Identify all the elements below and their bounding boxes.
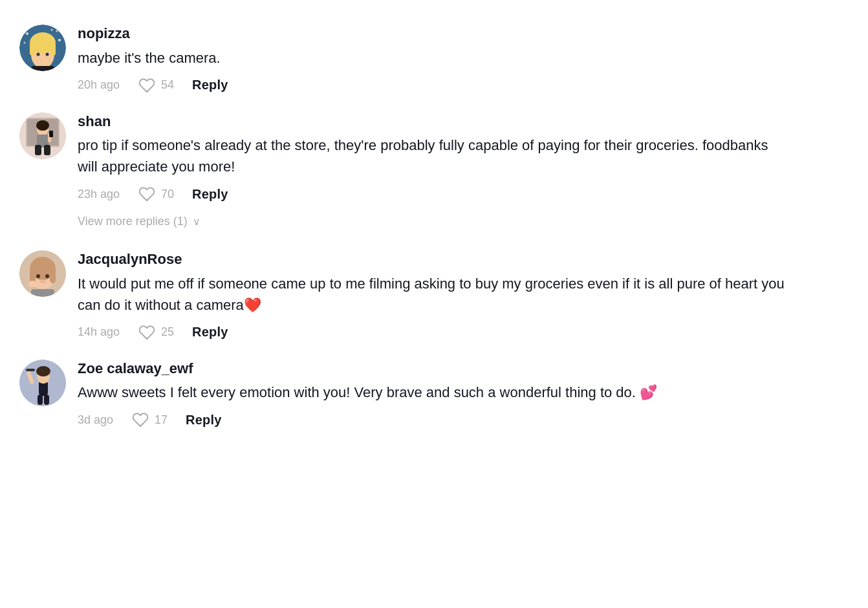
reply-button[interactable]: Reply (192, 325, 228, 340)
like-group: 70 (138, 185, 174, 203)
view-more-replies[interactable]: View more replies (1) ∨ (19, 210, 849, 239)
comment-text: maybe it's the camera. (78, 47, 789, 69)
reply-button[interactable]: Reply (186, 413, 221, 428)
svg-rect-35 (31, 289, 54, 297)
svg-rect-13 (31, 66, 54, 71)
like-group: 54 (138, 76, 174, 94)
comment-item: Zoe calaway_ewf Awww sweets I felt every… (19, 348, 849, 436)
comment-meta: 23h ago 70 Reply (78, 185, 849, 203)
svg-point-19 (36, 120, 49, 131)
like-count: 25 (161, 325, 174, 339)
comment-username: Zoe calaway_ewf (78, 360, 849, 378)
heart-icon[interactable] (131, 411, 149, 429)
reply-button[interactable]: Reply (192, 187, 228, 202)
comment-username: JacqualynRose (78, 250, 849, 269)
comments-list: nopizza maybe it's the camera. 20h ago 5… (19, 13, 849, 435)
like-group: 17 (131, 411, 168, 429)
comment-meta: 3d ago 17 Reply (78, 411, 849, 429)
comment-item: JacqualynRose It would put me off if som… (19, 239, 849, 348)
heart-icon[interactable] (138, 76, 156, 94)
like-count: 70 (161, 188, 174, 201)
comment-username: shan (78, 113, 849, 131)
view-more-text: View more replies (1) (78, 215, 188, 228)
heart-icon[interactable] (138, 185, 156, 203)
svg-point-12 (46, 53, 49, 56)
comment-body: nopizza maybe it's the camera. 20h ago 5… (78, 25, 849, 94)
comment-body: JacqualynRose It would put me off if som… (78, 250, 849, 342)
comment-time: 20h ago (78, 78, 120, 92)
svg-rect-30 (50, 267, 56, 283)
svg-rect-21 (35, 145, 41, 155)
comment-meta: 20h ago 54 Reply (78, 76, 849, 94)
svg-point-2 (26, 32, 28, 35)
svg-point-4 (24, 42, 26, 44)
comment-body: Zoe calaway_ewf Awww sweets I felt every… (78, 360, 849, 429)
svg-point-11 (37, 53, 40, 56)
svg-point-31 (36, 274, 40, 278)
comment-text: pro tip if someone's already at the stor… (78, 135, 789, 177)
comment-time: 14h ago (78, 325, 120, 339)
svg-rect-22 (44, 145, 50, 155)
heart-icon[interactable] (138, 323, 156, 342)
svg-point-34 (28, 281, 36, 287)
reply-button[interactable]: Reply (192, 78, 228, 92)
comment-meta: 14h ago 25 Reply (78, 323, 849, 342)
avatar (19, 25, 66, 71)
avatar (19, 250, 66, 297)
comment-item: nopizza maybe it's the camera. 20h ago 5… (19, 13, 849, 101)
avatar (19, 113, 66, 159)
svg-point-6 (51, 29, 53, 31)
svg-point-33 (39, 279, 46, 283)
svg-point-3 (56, 30, 58, 32)
like-group: 25 (138, 323, 174, 342)
comment-time: 23h ago (78, 188, 120, 201)
svg-rect-10 (50, 43, 56, 56)
comment-username: nopizza (78, 25, 849, 43)
svg-rect-9 (30, 43, 35, 56)
comment-body: shan pro tip if someone's already at the… (78, 113, 849, 204)
chevron-down-icon: ∨ (193, 215, 201, 228)
svg-point-40 (36, 366, 50, 376)
svg-rect-43 (38, 395, 43, 405)
comment-time: 3d ago (78, 413, 113, 427)
avatar (19, 360, 66, 406)
svg-point-32 (45, 274, 49, 278)
like-count: 54 (161, 78, 174, 92)
like-count: 17 (155, 413, 168, 427)
svg-rect-42 (26, 369, 35, 371)
svg-rect-24 (49, 131, 53, 137)
comment-item: shan pro tip if someone's already at the… (19, 101, 849, 210)
svg-rect-44 (44, 395, 49, 405)
svg-point-5 (58, 39, 61, 41)
comment-text: It would put me off if someone came up t… (78, 273, 789, 316)
comment-text: Awww sweets I felt every emotion with yo… (78, 382, 789, 403)
